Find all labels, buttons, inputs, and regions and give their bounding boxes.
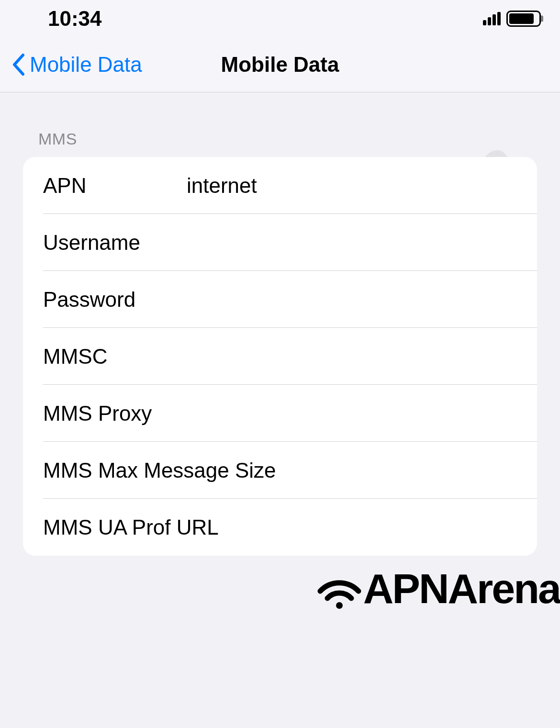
username-label: Username (43, 231, 187, 255)
mmsc-label: MMSC (43, 345, 187, 369)
nav-bar: Mobile Data Mobile Data (0, 37, 560, 92)
wifi-icon (315, 567, 363, 610)
mms-ua-prof-row[interactable]: MMS UA Prof URL (23, 499, 537, 556)
chevron-back-icon (11, 53, 26, 76)
mms-proxy-input[interactable] (187, 402, 537, 426)
svg-point-1 (336, 602, 343, 609)
mms-max-size-row[interactable]: MMS Max Message Size (23, 442, 537, 499)
apn-label: APN (43, 174, 187, 198)
battery-icon (506, 11, 541, 27)
username-input[interactable] (187, 231, 537, 255)
mms-proxy-row[interactable]: MMS Proxy (23, 385, 537, 442)
mmsc-input[interactable] (187, 345, 537, 369)
back-label: Mobile Data (30, 53, 142, 77)
mms-ua-prof-label: MMS UA Prof URL (43, 515, 537, 539)
settings-group: APN Username Password MMSC MMS Proxy MMS… (23, 157, 537, 556)
signal-icon (483, 12, 501, 25)
footer-logo: APNArena (315, 564, 560, 613)
apn-row[interactable]: APN (23, 157, 537, 214)
username-row[interactable]: Username (23, 214, 537, 271)
status-time: 10:34 (48, 7, 102, 31)
content-area: MMS APN Username Password MMSC MMS Proxy (0, 92, 560, 556)
mms-max-size-label: MMS Max Message Size (43, 459, 537, 482)
status-bar: 10:34 (0, 0, 560, 37)
section-header: MMS (23, 130, 537, 148)
password-label: Password (43, 288, 187, 312)
password-row[interactable]: Password (23, 271, 537, 328)
status-indicators (483, 11, 541, 27)
back-button[interactable]: Mobile Data (0, 53, 142, 77)
password-input[interactable] (187, 288, 537, 312)
mms-proxy-label: MMS Proxy (43, 402, 187, 426)
page-title: Mobile Data (221, 53, 339, 77)
mmsc-row[interactable]: MMSC (23, 328, 537, 385)
apn-input[interactable] (187, 174, 537, 198)
footer-logo-text: APNArena (363, 564, 560, 613)
